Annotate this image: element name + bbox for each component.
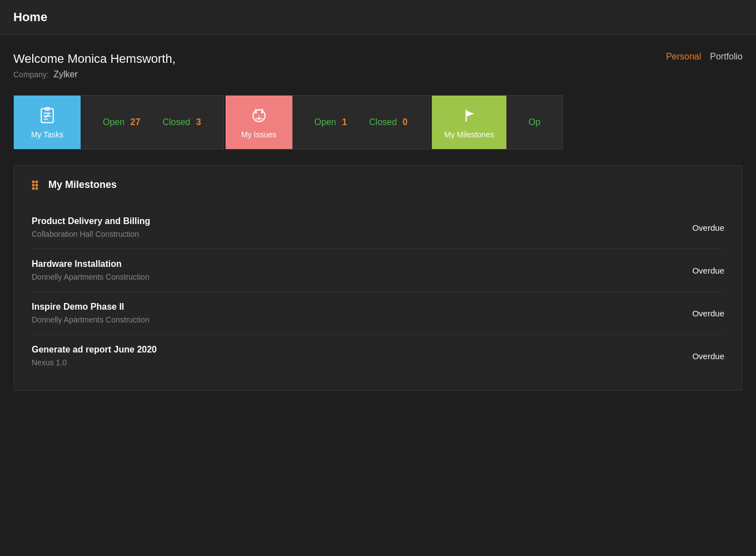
tasks-card: My Tasks Open 27 Closed 3 bbox=[13, 95, 224, 150]
milestones-icon bbox=[459, 106, 479, 126]
milestone-project: Donnelly Apartments Construction bbox=[32, 315, 150, 324]
tasks-open-stat: Open 27 bbox=[103, 117, 140, 127]
svg-point-6 bbox=[255, 112, 257, 114]
milestone-status: Overdue bbox=[692, 223, 724, 232]
tasks-stats-inline: Open 27 Closed 3 bbox=[103, 117, 201, 127]
milestones-open-label: Op bbox=[529, 117, 540, 127]
svg-point-7 bbox=[261, 112, 263, 114]
welcome-section: Welcome Monica Hemsworth, Company: Zylke… bbox=[13, 52, 743, 80]
issues-closed-value: 0 bbox=[402, 117, 407, 127]
milestone-info: Product Delivery and Billing Collaborati… bbox=[32, 216, 150, 239]
milestone-info: Inspire Demo Phase II Donnelly Apartment… bbox=[32, 302, 150, 324]
svg-line-10 bbox=[255, 108, 256, 110]
tasks-open-value: 27 bbox=[131, 117, 141, 127]
milestone-name: Hardware Installation bbox=[32, 259, 150, 269]
tasks-stats: Open 27 Closed 3 bbox=[81, 96, 223, 149]
milestones-icon-box[interactable]: My Milestones bbox=[432, 96, 506, 149]
issues-closed-label: Closed bbox=[369, 117, 397, 127]
section-header: My Milestones bbox=[32, 179, 724, 191]
issues-card: My Issues Open 1 Closed 0 bbox=[225, 95, 431, 150]
milestone-status: Overdue bbox=[692, 266, 724, 275]
tasks-icon bbox=[37, 106, 57, 126]
milestone-project: Donnelly Apartments Construction bbox=[32, 272, 150, 281]
company-name: Zylker bbox=[53, 70, 78, 79]
company-info: Company: Zylker bbox=[13, 70, 176, 80]
issues-open-value: 1 bbox=[342, 117, 347, 127]
portfolio-tab[interactable]: Portfolio bbox=[710, 52, 743, 62]
milestones-label: My Milestones bbox=[444, 130, 494, 139]
milestone-status: Overdue bbox=[692, 351, 724, 361]
issues-label: My Issues bbox=[241, 130, 276, 139]
milestones-stats: Op bbox=[506, 96, 563, 149]
tasks-closed-label: Closed bbox=[162, 117, 190, 127]
company-label: Company: bbox=[13, 70, 49, 79]
milestone-name: Generate ad report June 2020 bbox=[32, 345, 157, 355]
milestones-section-title: My Milestones bbox=[48, 179, 117, 191]
issues-icon bbox=[249, 106, 269, 126]
milestones-open-stat: Op bbox=[529, 117, 540, 127]
milestone-status: Overdue bbox=[692, 309, 724, 318]
view-toggle: Personal Portfolio bbox=[666, 52, 743, 62]
tasks-icon-box[interactable]: My Tasks bbox=[14, 96, 81, 149]
milestone-name: Inspire Demo Phase II bbox=[32, 302, 150, 312]
tasks-closed-stat: Closed 3 bbox=[162, 117, 201, 127]
app-header: Home bbox=[0, 0, 756, 35]
main-content: Welcome Monica Hemsworth, Company: Zylke… bbox=[0, 35, 756, 408]
milestones-section: My Milestones Product Delivery and Billi… bbox=[13, 165, 743, 391]
dots-icon bbox=[32, 180, 42, 190]
milestones-card: My Milestones Op bbox=[431, 95, 563, 150]
milestone-item[interactable]: Inspire Demo Phase II Donnelly Apartment… bbox=[32, 292, 724, 335]
tasks-label: My Tasks bbox=[31, 130, 63, 139]
milestone-item[interactable]: Hardware Installation Donnelly Apartment… bbox=[32, 249, 724, 292]
milestone-project: Nexus 1.0 bbox=[32, 358, 157, 367]
issues-stats-inline: Open 1 Closed 0 bbox=[315, 117, 408, 127]
svg-line-11 bbox=[262, 108, 263, 110]
milestone-name: Product Delivery and Billing bbox=[32, 216, 150, 226]
issues-icon-box[interactable]: My Issues bbox=[226, 96, 292, 149]
issues-closed-stat: Closed 0 bbox=[369, 117, 407, 127]
issues-open-stat: Open 1 bbox=[315, 117, 347, 127]
personal-tab[interactable]: Personal bbox=[666, 52, 701, 62]
page-title: Home bbox=[13, 10, 47, 24]
milestone-info: Hardware Installation Donnelly Apartment… bbox=[32, 259, 150, 281]
milestone-item[interactable]: Generate ad report June 2020 Nexus 1.0 O… bbox=[32, 335, 724, 377]
cards-row: My Tasks Open 27 Closed 3 bbox=[13, 95, 743, 150]
welcome-left: Welcome Monica Hemsworth, Company: Zylke… bbox=[13, 52, 176, 80]
welcome-greeting: Welcome Monica Hemsworth, bbox=[13, 52, 176, 66]
milestone-project: Collaboration Hall Construction bbox=[32, 230, 150, 239]
milestones-list: Product Delivery and Billing Collaborati… bbox=[32, 206, 724, 377]
issues-stats: Open 1 Closed 0 bbox=[292, 96, 430, 149]
milestones-stats-inline: Op bbox=[529, 117, 540, 127]
tasks-closed-value: 3 bbox=[196, 117, 201, 127]
milestone-item[interactable]: Product Delivery and Billing Collaborati… bbox=[32, 206, 724, 249]
issues-open-label: Open bbox=[315, 117, 336, 127]
milestone-info: Generate ad report June 2020 Nexus 1.0 bbox=[32, 345, 157, 367]
tasks-open-label: Open bbox=[103, 117, 125, 127]
